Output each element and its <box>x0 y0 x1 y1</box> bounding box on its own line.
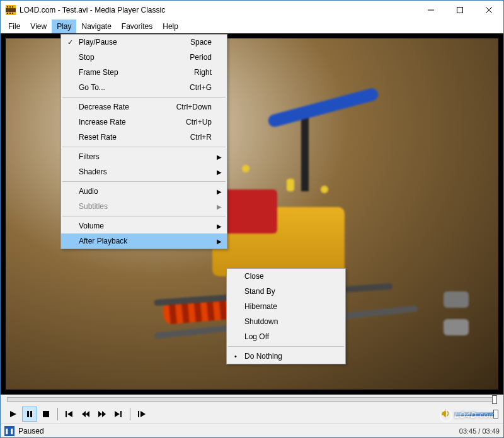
menu-help[interactable]: Help <box>158 20 183 33</box>
after-playback-submenu: Close Stand By Hibernate Shutdown Log Of… <box>226 268 346 364</box>
submenu-hibernate[interactable]: Hibernate <box>227 299 345 314</box>
menu-navigate[interactable]: Navigate <box>76 20 116 33</box>
status-time: 03:45 / 03:49 <box>459 427 500 435</box>
playback-controls <box>1 405 503 424</box>
menu-increase-rate[interactable]: Increase RateCtrl+Up <box>61 115 227 130</box>
chevron-right-icon: ▶ <box>217 188 222 195</box>
menu-after-playback[interactable]: After Playback▶ <box>61 233 227 249</box>
menu-separator <box>62 147 226 147</box>
video-content <box>444 319 469 335</box>
menu-separator <box>62 216 226 216</box>
menu-go-to[interactable]: Go To...Ctrl+G <box>61 80 227 95</box>
video-content <box>321 186 328 193</box>
svg-rect-24 <box>138 411 139 417</box>
window-controls <box>416 1 503 20</box>
chevron-right-icon: ▶ <box>217 203 222 210</box>
skip-back-button[interactable] <box>62 407 77 422</box>
svg-rect-9 <box>457 8 463 13</box>
svg-rect-7 <box>6 8 16 12</box>
video-content <box>444 291 469 308</box>
menu-audio[interactable]: Audio▶ <box>61 184 227 199</box>
submenu-close[interactable]: Close <box>227 269 345 284</box>
status-icon: ❚❚ <box>4 426 14 436</box>
video-content <box>267 87 380 128</box>
seekbar-thumb[interactable] <box>492 395 497 404</box>
svg-rect-16 <box>66 411 67 417</box>
menu-volume[interactable]: Volume▶ <box>61 218 227 233</box>
window-title: LO4D.com - Test.avi - Media Player Class… <box>20 6 416 14</box>
minimize-button[interactable] <box>416 1 445 20</box>
chevron-right-icon: ▶ <box>217 154 222 160</box>
menu-separator <box>228 346 344 347</box>
submenu-log-off[interactable]: Log Off <box>227 329 345 344</box>
play-dropdown: ✓Play/PauseSpace StopPeriod Frame StepRi… <box>60 34 227 249</box>
menu-reset-rate[interactable]: Reset RateCtrl+R <box>61 130 227 145</box>
menu-shaders[interactable]: Shaders▶ <box>61 164 227 179</box>
svg-rect-2 <box>9 6 11 8</box>
menu-file[interactable]: File <box>3 20 25 33</box>
menu-favorites[interactable]: Favorites <box>117 20 158 33</box>
submenu-shutdown[interactable]: Shutdown <box>227 314 345 329</box>
svg-rect-5 <box>9 13 11 14</box>
play-button[interactable] <box>6 407 21 422</box>
titlebar: LO4D.com - Test.avi - Media Player Class… <box>1 1 503 20</box>
svg-rect-4 <box>7 13 8 14</box>
video-content <box>287 179 294 191</box>
submenu-do-nothing[interactable]: •Do Nothing <box>227 349 345 364</box>
menu-play[interactable]: Play <box>52 20 76 33</box>
menu-play-pause[interactable]: ✓Play/PauseSpace <box>61 35 227 50</box>
separator <box>130 408 130 420</box>
menu-subtitles: Subtitles▶ <box>61 199 227 214</box>
svg-marker-12 <box>10 411 16 417</box>
frame-step-button[interactable] <box>134 407 149 422</box>
svg-marker-25 <box>140 411 146 417</box>
svg-rect-23 <box>120 411 122 417</box>
chevron-right-icon: ▶ <box>217 238 222 245</box>
menu-separator <box>62 181 226 182</box>
watermark: ↓LO4D.com <box>440 409 496 422</box>
chevron-right-icon: ▶ <box>217 223 222 230</box>
seekbar-row <box>1 395 503 405</box>
forward-button[interactable] <box>94 407 110 422</box>
svg-marker-18 <box>82 411 86 417</box>
svg-rect-1 <box>7 6 8 8</box>
svg-rect-6 <box>12 13 13 14</box>
app-window: LO4D.com - Test.avi - Media Player Class… <box>0 0 504 438</box>
video-content <box>301 116 309 191</box>
svg-marker-22 <box>115 411 120 417</box>
pause-button[interactable] <box>22 407 37 422</box>
maximize-button[interactable] <box>445 1 474 20</box>
svg-rect-13 <box>27 411 29 417</box>
svg-rect-3 <box>12 6 13 8</box>
video-content <box>242 165 249 172</box>
svg-marker-17 <box>67 411 72 417</box>
menu-stop[interactable]: StopPeriod <box>61 50 227 65</box>
svg-marker-20 <box>98 411 102 417</box>
menu-separator <box>62 97 226 98</box>
menu-filters[interactable]: Filters▶ <box>61 149 227 164</box>
svg-marker-21 <box>102 411 106 417</box>
seekbar[interactable] <box>7 397 497 402</box>
svg-rect-14 <box>30 411 32 417</box>
submenu-stand-by[interactable]: Stand By <box>227 284 345 299</box>
close-button[interactable] <box>474 1 503 20</box>
svg-rect-15 <box>43 411 49 417</box>
svg-marker-19 <box>86 411 89 417</box>
chevron-right-icon: ▶ <box>217 169 222 176</box>
menu-decrease-rate[interactable]: Decrease RateCtrl+Down <box>61 99 227 115</box>
menubar: File View Play Navigate Favorites Help <box>1 20 503 33</box>
menu-frame-step[interactable]: Frame StepRight <box>61 65 227 80</box>
separator <box>57 408 58 420</box>
stop-button[interactable] <box>38 407 54 422</box>
status-text: Paused <box>18 427 44 435</box>
rewind-button[interactable] <box>78 407 93 422</box>
app-icon <box>6 5 16 15</box>
menu-view[interactable]: View <box>25 20 52 33</box>
statusbar: ❚❚ Paused 03:45 / 03:49 <box>1 424 503 437</box>
skip-forward-button[interactable] <box>111 407 126 422</box>
